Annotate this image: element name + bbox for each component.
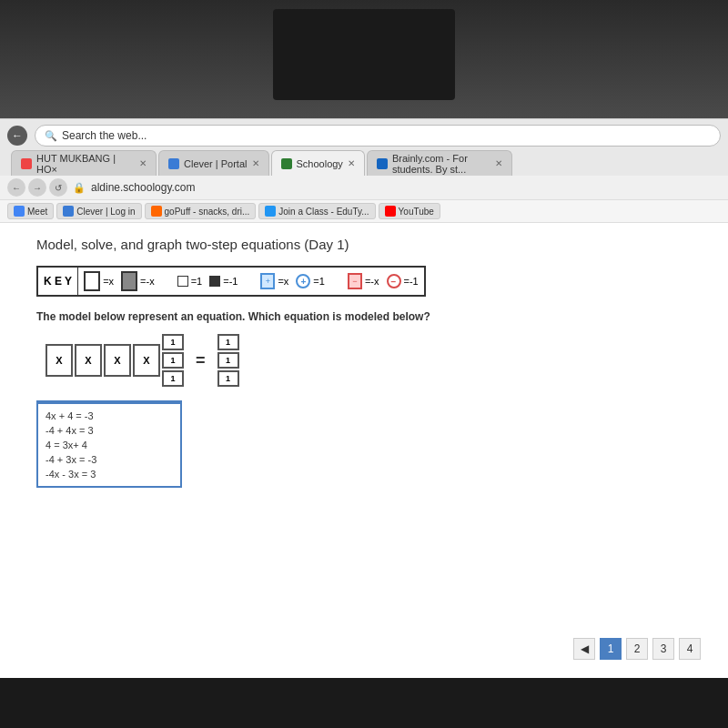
key-plus-tile: + =x xyxy=(260,273,288,289)
rhs-tiles: 1 1 1 xyxy=(217,334,239,387)
clever-favicon xyxy=(63,206,74,217)
page-title: Model, solve, and graph two-step equatio… xyxy=(36,237,692,252)
bookmark-label: Clever | Log in xyxy=(76,207,135,217)
small-square-filled-icon xyxy=(209,276,220,287)
page-btn-3[interactable]: 3 xyxy=(652,638,674,660)
bookmark-label: Join a Class - EduTy... xyxy=(278,207,369,217)
tab-label: HUT MUKBANG | HO× xyxy=(36,153,135,175)
x-tile-1: X xyxy=(46,344,73,377)
answer-option-5[interactable]: -4x - 3x = 3 xyxy=(46,467,173,481)
tab-favicon xyxy=(21,158,32,169)
tabs-row: HUT MUKBANG | HO× ✕ Clever | Portal ✕ Sc… xyxy=(7,150,721,176)
tab-favicon xyxy=(281,158,292,169)
x-tile-4: X xyxy=(133,344,160,377)
reload-btn[interactable]: ↺ xyxy=(49,178,67,197)
meet-favicon xyxy=(14,206,25,217)
bookmark-label: goPuff - snacks, dri... xyxy=(165,207,250,217)
answer-choices-box[interactable]: 4x + 4 = -3 -4 + 4x = 3 4 = 3x+ 4 -4 + 3… xyxy=(36,400,182,488)
content-wrapper: Model, solve, and graph two-step equatio… xyxy=(0,223,728,678)
answer-option-2[interactable]: -4 + 4x = 3 xyxy=(46,423,173,438)
key-item-label: =1 xyxy=(191,276,203,287)
key-item-label: =1 xyxy=(313,276,325,287)
desk-background xyxy=(0,0,728,118)
plus-circle-icon: + xyxy=(296,274,310,288)
x-tile-2: X xyxy=(75,344,102,377)
gray-tile-icon xyxy=(121,271,137,291)
browser-window: ← 🔍 Search the web... HUT MUKBANG | HO× … xyxy=(0,118,728,678)
minus-tile-icon: − xyxy=(348,273,362,289)
key-box: K E Y =x =-x =1 xyxy=(36,266,426,297)
key-gray-tile: =-x xyxy=(121,271,155,291)
gopuff-favicon xyxy=(151,206,162,217)
tab-brainly[interactable]: Brainly.com - For students. By st... ✕ xyxy=(367,150,512,176)
answer-option-4[interactable]: -4 + 3x = -3 xyxy=(46,452,173,467)
tab-clever[interactable]: Clever | Portal ✕ xyxy=(158,150,269,176)
tab-label: Schoology xyxy=(297,158,343,169)
yt-favicon xyxy=(385,206,396,217)
search-icon: 🔍 xyxy=(45,130,57,142)
small-tiles-lhs: 1 1 1 xyxy=(162,334,184,387)
key-small-filled: =-1 xyxy=(209,276,238,287)
answer-option-1[interactable]: 4x + 4 = -3 xyxy=(46,409,173,423)
bookmark-youtube[interactable]: YouTube xyxy=(379,203,440,219)
bookmark-gopuff[interactable]: goPuff - snacks, dri... xyxy=(145,203,257,219)
question-text: The model below represent an equation. W… xyxy=(36,310,692,323)
key-item-label: =-1 xyxy=(404,276,419,287)
x-tile-3: X xyxy=(104,344,131,377)
rhs-tile-2: 1 xyxy=(217,352,239,369)
address-bar[interactable]: 🔍 Search the web... xyxy=(35,125,721,147)
key-items: =x =-x =1 =-1 xyxy=(78,268,424,295)
key-item-label: =x xyxy=(103,276,114,287)
bookmark-label: YouTube xyxy=(399,207,434,217)
forward-arrow[interactable]: → xyxy=(28,178,46,197)
tab-mukbang[interactable]: HUT MUKBANG | HO× ✕ xyxy=(11,150,157,176)
key-label: K E Y xyxy=(38,268,78,295)
edut-favicon xyxy=(265,206,276,217)
unit-tile-top: 1 xyxy=(162,334,184,350)
url-display[interactable]: aldine.schoology.com xyxy=(91,181,196,194)
bookmark-join-class[interactable]: Join a Class - EduTy... xyxy=(258,203,375,219)
prev-page-btn[interactable]: ◀ xyxy=(573,638,595,660)
url-row: ← → ↺ 🔒 aldine.schoology.com xyxy=(0,176,728,200)
bookmark-meet[interactable]: Meet xyxy=(7,203,54,219)
bookmarks-bar: Meet Clever | Log in goPuff - snacks, dr… xyxy=(0,200,728,223)
small-square-icon xyxy=(177,276,188,287)
page-btn-1[interactable]: 1 xyxy=(600,638,622,660)
browser-chrome: ← 🔍 Search the web... HUT MUKBANG | HO× … xyxy=(0,119,728,176)
page-btn-2[interactable]: 2 xyxy=(626,638,648,660)
back-arrow[interactable]: ← xyxy=(7,178,25,197)
key-minus-tile: − =-x xyxy=(348,273,379,289)
desk-object xyxy=(273,9,455,100)
search-text: Search the web... xyxy=(62,129,147,142)
lhs-tiles: X X X X 1 1 1 xyxy=(46,334,184,387)
minus-circle-icon: − xyxy=(387,274,401,288)
tab-schoology[interactable]: Schoology ✕ xyxy=(271,150,365,176)
tab-close-icon[interactable]: ✕ xyxy=(348,158,355,168)
browser-back-btn[interactable]: ← xyxy=(7,126,27,146)
unit-tile-mid: 1 xyxy=(162,352,184,369)
equation-model: X X X X 1 1 1 = 1 1 1 xyxy=(36,334,692,387)
lock-icon: 🔒 xyxy=(73,182,86,194)
tab-label: Brainly.com - For students. By st... xyxy=(392,153,490,175)
bookmark-label: Meet xyxy=(27,207,47,217)
plus-tile-icon: + xyxy=(260,273,275,289)
key-small-empty: =1 xyxy=(177,276,203,287)
tab-label: Clever | Portal xyxy=(184,158,248,169)
key-item-label: =x xyxy=(278,276,288,287)
nav-arrows: ← → ↺ xyxy=(7,178,67,197)
key-white-tile: =x xyxy=(84,271,114,291)
content-area: Model, solve, and graph two-step equatio… xyxy=(0,223,728,678)
tab-favicon xyxy=(168,158,179,169)
key-minus-circle: − =-1 xyxy=(387,274,419,288)
equals-sign: = xyxy=(196,351,206,370)
page-btn-4[interactable]: 4 xyxy=(679,638,701,660)
key-item-label: =-x xyxy=(140,276,155,287)
address-bar-row: ← 🔍 Search the web... xyxy=(7,125,721,147)
rhs-tile-3: 1 xyxy=(217,370,239,387)
tab-close-icon[interactable]: ✕ xyxy=(252,158,259,168)
tab-close-icon[interactable]: ✕ xyxy=(139,158,147,168)
tab-close-icon[interactable]: ✕ xyxy=(495,158,502,168)
bookmark-clever[interactable]: Clever | Log in xyxy=(56,203,141,219)
answer-option-3[interactable]: 4 = 3x+ 4 xyxy=(46,438,173,452)
unit-tile-bot: 1 xyxy=(162,370,184,387)
